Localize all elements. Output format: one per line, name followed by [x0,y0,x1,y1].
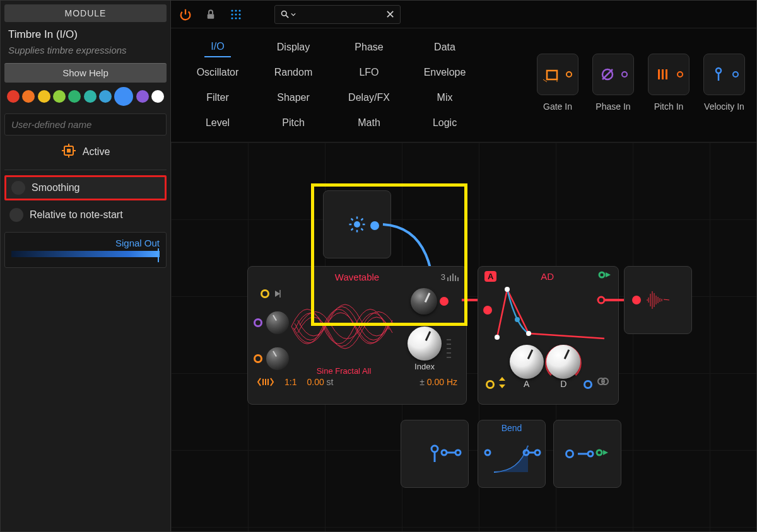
color-swatch[interactable] [114,87,133,106]
category-i-o[interactable]: I/O [204,37,230,57]
out-port[interactable] [596,448,609,460]
category-mix[interactable]: Mix [431,88,459,107]
attack-knob[interactable] [510,345,544,379]
category-filter[interactable]: Filter [200,88,235,107]
power-icon[interactable] [177,6,194,23]
color-swatch[interactable] [68,90,81,103]
envelope-display [484,282,611,345]
waveform-display [288,289,396,364]
bars-icon [447,274,460,281]
svg-rect-51 [262,379,264,385]
gate-port[interactable] [486,380,495,389]
svg-rect-8 [208,14,214,19]
velocity-node[interactable] [401,420,469,488]
svg-point-59 [526,331,531,336]
out-port[interactable] [440,448,462,460]
module-thumb[interactable] [648,54,690,95]
color-swatch[interactable] [53,90,66,103]
decay-knob[interactable] [546,345,580,379]
category-lfo[interactable]: LFO [353,63,385,82]
color-swatch[interactable] [22,90,35,103]
search-box[interactable]: ✕ [274,5,401,24]
bend-node[interactable]: Bend [478,420,546,488]
merge-node[interactable] [553,420,621,488]
timbre-in-node[interactable] [323,190,391,258]
ad-envelope-node[interactable]: A AD [478,266,619,405]
phase-knob[interactable] [266,311,289,334]
category-pitch[interactable]: Pitch [276,113,311,132]
svg-point-79 [524,450,529,455]
in-port[interactable] [632,296,641,304]
out-port[interactable] [370,221,379,230]
category-data[interactable]: Data [428,38,462,57]
port[interactable] [584,380,592,389]
module-thumb[interactable] [592,54,634,95]
category-oscillator[interactable]: Oscillator [191,63,245,82]
audio-out-node[interactable] [624,266,692,334]
in-port[interactable] [254,354,262,363]
in-port[interactable] [254,318,262,327]
pitch-knob[interactable] [266,347,289,370]
svg-point-73 [431,446,438,452]
svg-line-72 [664,299,669,300]
category-shaper[interactable]: Shaper [271,88,316,107]
svg-point-83 [588,451,593,456]
svg-line-35 [351,219,353,221]
category-math[interactable]: Math [351,113,387,132]
out-port[interactable] [598,270,612,282]
show-help-button[interactable]: Show Help [4,63,167,83]
svg-rect-40 [447,277,449,281]
in-port[interactable] [483,306,492,315]
module-thumb[interactable] [703,54,745,95]
module-thumb[interactable] [537,54,578,95]
svg-point-10 [235,9,237,11]
toolbar: ✕ [171,1,756,28]
wavetable-node[interactable]: Wavetable 3 [247,266,467,405]
svg-point-60 [515,317,520,322]
out-port[interactable] [440,297,449,306]
svg-point-17 [238,17,240,19]
grid-icon[interactable] [228,6,244,23]
detune-icon[interactable] [257,377,274,387]
color-swatch[interactable] [151,90,164,103]
module-label: Pitch In [654,101,684,112]
color-swatch[interactable] [84,90,97,103]
aux-knob[interactable] [411,288,437,315]
svg-point-15 [231,17,233,19]
color-swatch[interactable] [99,90,112,103]
in-port[interactable] [261,289,269,298]
svg-point-78 [485,450,490,455]
wavetable-preset[interactable]: Sine Fractal All [288,366,399,376]
loop-icon[interactable] [596,376,611,389]
ratio-value[interactable]: 1:1 [285,377,296,387]
color-swatch[interactable] [136,90,149,103]
category-delay-fx[interactable]: Delay/FX [342,88,396,107]
patch-canvas[interactable]: Wavetable 3 [171,142,756,531]
close-icon[interactable]: ✕ [385,8,395,21]
relative-toggle[interactable]: Relative to note-start [4,204,167,226]
category-envelope[interactable]: Envelope [418,63,472,82]
in-port[interactable] [565,449,574,458]
smoothing-toggle[interactable]: Smoothing [4,175,167,200]
svg-point-16 [235,17,237,19]
color-swatch[interactable] [7,90,20,103]
pitch-offset[interactable]: 0.00 [307,377,324,387]
category-level[interactable]: Level [199,113,236,132]
active-toggle[interactable]: Active [4,139,167,165]
input-module-gate-in: Gate In [534,54,581,136]
user-name-input[interactable] [4,113,167,136]
index-knob[interactable] [408,327,442,361]
category-random[interactable]: Random [268,63,319,82]
color-swatch[interactable] [38,90,50,103]
lock-icon[interactable] [202,6,219,23]
freq-value[interactable]: 0.00 Hz [427,377,457,387]
velocity-icon [428,444,442,463]
category-logic[interactable]: Logic [426,113,463,132]
category-phase[interactable]: Phase [348,38,389,57]
voice-count: 3 [441,272,445,282]
out-port[interactable] [522,448,541,460]
category-display[interactable]: Display [271,38,316,57]
in-port[interactable] [483,448,492,460]
svg-point-75 [442,450,447,455]
color-palette [4,86,167,110]
